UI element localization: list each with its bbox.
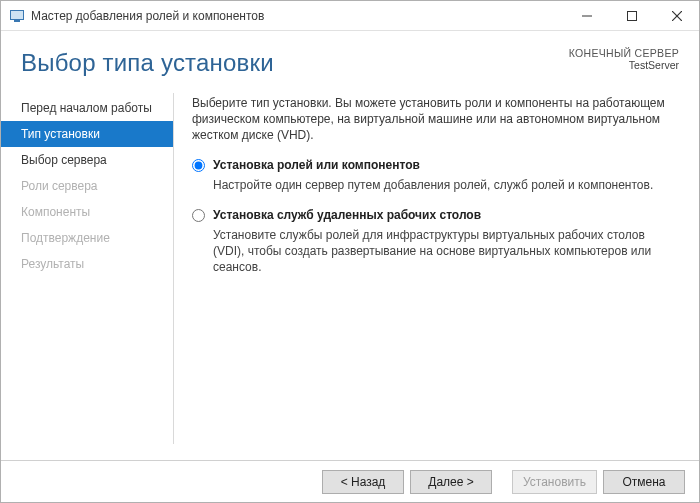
titlebar: Мастер добавления ролей и компонентов bbox=[1, 1, 699, 31]
sidebar-item-label: Результаты bbox=[21, 257, 84, 271]
option-role-based[interactable]: Установка ролей или компонентов bbox=[192, 157, 675, 173]
svg-rect-1 bbox=[11, 11, 23, 19]
minimize-button[interactable] bbox=[564, 1, 609, 31]
window-controls bbox=[564, 1, 699, 31]
svg-rect-2 bbox=[14, 20, 20, 22]
app-icon bbox=[9, 8, 25, 24]
maximize-button[interactable] bbox=[609, 1, 654, 31]
option-rds[interactable]: Установка служб удаленных рабочих столов bbox=[192, 207, 675, 223]
cancel-button[interactable]: Отмена bbox=[603, 470, 685, 494]
option-desc: Настройте один сервер путем добавления р… bbox=[213, 177, 675, 193]
content: Выберите тип установки. Вы можете устано… bbox=[173, 93, 699, 444]
intro-text: Выберите тип установки. Вы можете устано… bbox=[192, 95, 675, 143]
option-title: Установка ролей или компонентов bbox=[213, 157, 420, 173]
body: Перед началом работы Тип установки Выбор… bbox=[1, 87, 699, 444]
sidebar-item-results: Результаты bbox=[1, 251, 173, 277]
option-title: Установка служб удаленных рабочих столов bbox=[213, 207, 481, 223]
sidebar-item-label: Роли сервера bbox=[21, 179, 98, 193]
back-button[interactable]: < Назад bbox=[322, 470, 404, 494]
sidebar-item-label: Компоненты bbox=[21, 205, 90, 219]
sidebar-item-installation-type[interactable]: Тип установки bbox=[1, 121, 173, 147]
sidebar-item-label: Тип установки bbox=[21, 127, 100, 141]
close-button[interactable] bbox=[654, 1, 699, 31]
radio-rds[interactable] bbox=[192, 209, 205, 222]
window-title: Мастер добавления ролей и компонентов bbox=[31, 9, 264, 23]
radio-role-based[interactable] bbox=[192, 159, 205, 172]
sidebar-item-label: Выбор сервера bbox=[21, 153, 107, 167]
sidebar-item-label: Подтверждение bbox=[21, 231, 110, 245]
sidebar-item-before-you-begin[interactable]: Перед началом работы bbox=[1, 95, 173, 121]
sidebar-item-confirmation: Подтверждение bbox=[1, 225, 173, 251]
sidebar: Перед началом работы Тип установки Выбор… bbox=[1, 93, 173, 444]
header: Выбор типа установки КОНЕЧНЫЙ СЕРВЕР Tes… bbox=[1, 31, 699, 87]
install-button: Установить bbox=[512, 470, 597, 494]
option-desc: Установите службы ролей для инфраструкту… bbox=[213, 227, 675, 275]
sidebar-item-label: Перед началом работы bbox=[21, 101, 152, 115]
sidebar-item-server-roles: Роли сервера bbox=[1, 173, 173, 199]
destination-label: КОНЕЧНЫЙ СЕРВЕР bbox=[569, 47, 679, 59]
sidebar-item-server-selection[interactable]: Выбор сервера bbox=[1, 147, 173, 173]
svg-rect-4 bbox=[627, 11, 636, 20]
sidebar-item-features: Компоненты bbox=[1, 199, 173, 225]
destination-value: TestServer bbox=[569, 59, 679, 71]
destination-box: КОНЕЧНЫЙ СЕРВЕР TestServer bbox=[569, 47, 679, 71]
footer: < Назад Далее > Установить Отмена bbox=[1, 460, 699, 502]
next-button[interactable]: Далее > bbox=[410, 470, 492, 494]
